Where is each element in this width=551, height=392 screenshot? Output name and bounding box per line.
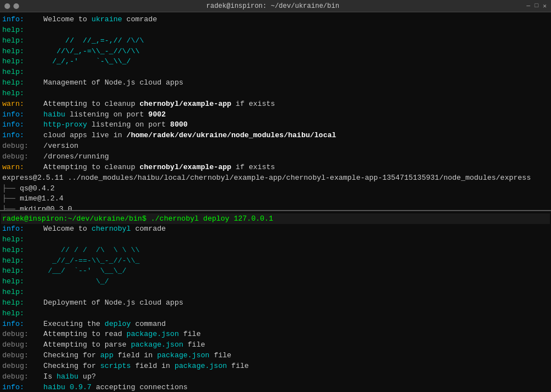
line-help-3: help: <box>1 88 550 99</box>
line2-info-welcome: info: Welcome to chernobyl comrade <box>1 224 550 235</box>
line2-debug-read: debug: Attempting to read package.json f… <box>1 329 550 340</box>
window-controls[interactable]: — □ ✕ <box>526 2 547 10</box>
title-bar-dot2 <box>13 3 19 9</box>
ascii-ukraine-2: help: //\/_,-=\\_-_//\/\\ <box>1 46 550 57</box>
line-info-cloud-apps: info: cloud apps live in /home/radek/dev… <box>1 130 550 141</box>
line-warn-cleanup1: warn: Attempting to cleanup chernobyl/ex… <box>1 99 550 110</box>
ascii-chernobyl-2: help: _//_/-==-\\_-_//-\\_ <box>1 256 550 267</box>
line-tree-mime: ├── mime@1.2.4 <box>1 194 550 204</box>
line2-debug-haibu-up: debug: Is haibu up? <box>1 372 550 382</box>
line2-info-accepting: info: haibu 0.9.7 accepting connections <box>1 382 550 392</box>
line2-info-executing: info: Executing the deploy command <box>1 319 550 330</box>
terminal-wrapper: info: Welcome to ukraine comrade help: h… <box>0 12 551 392</box>
line-info-http-proxy: info: http-proxy listening on port 8000 <box>1 120 550 130</box>
line2-debug-app-field: debug: Checking for app field in package… <box>1 351 550 361</box>
title-bar: radek@inspiron: ~/dev/ukraine/bin — □ ✕ <box>0 0 551 12</box>
line-debug-drones: debug: /drones/running <box>1 152 550 162</box>
line2-debug-scripts-field: debug: Checking for scripts field in pac… <box>1 361 550 372</box>
line-info-haibu-port: info: haibu listening on port 9002 <box>1 110 550 120</box>
line2-help-deploy: help: Deployment of Node.js cloud apps <box>1 298 550 309</box>
line-debug-version: debug: /version <box>1 141 550 152</box>
line-help-2: help: <box>1 67 550 78</box>
terminal-pane-bottom: radek@inspiron:~/dev/ukraine/bin$ ./cher… <box>0 211 551 392</box>
ascii-ukraine-1: help: // //_,=-,// /\/\ <box>1 36 550 46</box>
line-help-1: help: <box>1 25 550 36</box>
line-tree-mkdirp: ├── mkdirp@0.3.0 <box>1 204 550 211</box>
line2-help-1: help: <box>1 235 550 245</box>
window-title: radek@inspiron: ~/dev/ukraine/bin <box>19 2 526 10</box>
line-info-welcome: info: Welcome to ukraine comrade <box>1 15 550 25</box>
close-button[interactable]: ✕ <box>543 2 547 10</box>
line2-help-3: help: <box>1 309 550 319</box>
prompt-line-bottom: radek@inspiron:~/dev/ukraine/bin$ ./cher… <box>1 213 550 224</box>
minimize-button[interactable]: — <box>526 2 530 10</box>
line-tree-qs: ├── qs@0.4.2 <box>1 184 550 194</box>
title-bar-dot <box>4 3 10 9</box>
maximize-button[interactable]: □ <box>535 2 539 10</box>
line-warn-cleanup2: warn: Attempting to cleanup chernobyl/ex… <box>1 162 550 173</box>
ascii-chernobyl-1: help: // / / /\ \ \ \\ <box>1 245 550 256</box>
line2-debug-parse: debug: Attempting to parse package.json … <box>1 340 550 351</box>
line-help-mgmt: help: Management of Node.js cloud apps <box>1 78 550 88</box>
line2-help-2: help: <box>1 287 550 298</box>
ascii-chernobyl-3: help: /__/ `--' \__\_/ <box>1 266 550 277</box>
terminal-pane-top: info: Welcome to ukraine comrade help: h… <box>0 12 551 211</box>
line-express: express@2.5.11 ../node_modules/haibu/loc… <box>1 173 550 184</box>
ascii-ukraine-3: help: /_/,-' `-\_\\_/ <box>1 57 550 67</box>
title-bar-left <box>4 3 19 9</box>
ascii-chernobyl-4: help: \_/ <box>1 277 550 287</box>
